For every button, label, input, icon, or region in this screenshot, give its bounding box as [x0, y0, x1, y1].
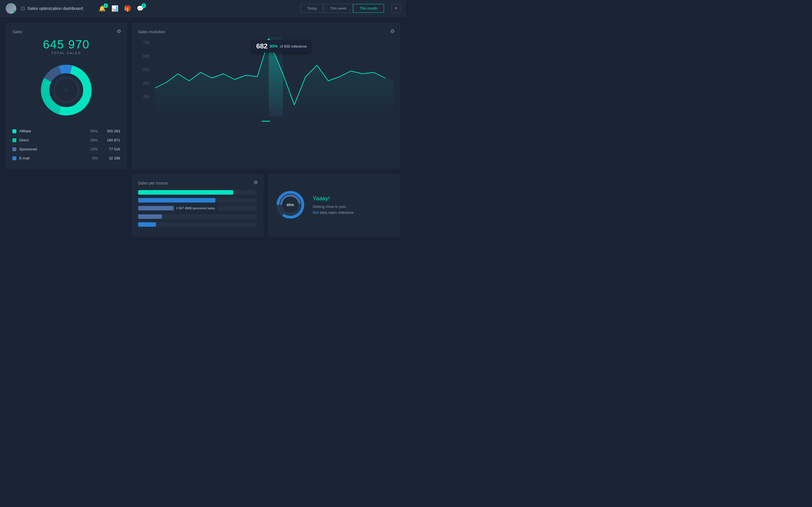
- header-title-group: ⊡ Sales optimization dashboard: [21, 5, 83, 11]
- bar-fill: [138, 214, 162, 219]
- email-label: E-mail: [19, 156, 86, 160]
- gift-button[interactable]: 🎁: [124, 5, 131, 12]
- evolution-chart: 682 85% of 800 milestone 700 600 500 400…: [138, 37, 394, 127]
- sales-card-title: Sales: [12, 30, 22, 34]
- total-sales-label: TOTAL SALES: [12, 51, 120, 55]
- list-item: Sponsored 12% 77 516: [12, 145, 120, 154]
- this-month-button[interactable]: This month: [353, 4, 384, 13]
- sales-legend: Affiliate 55% 355 283 Direct 28% 180 871…: [12, 127, 120, 163]
- evolution-svg: 700 600 500 400 300: [138, 37, 394, 127]
- affiliate-label: Affiliate: [19, 129, 86, 133]
- time-filters: Today This week This month: [301, 4, 384, 13]
- bar-track: [138, 198, 257, 203]
- header-icons: 🔔 3 📊 🎁 💬 8: [99, 5, 144, 12]
- donut-chart: [12, 59, 120, 121]
- milestone-donut: 85%: [275, 189, 306, 221]
- sponsored-label: Sponsored: [19, 147, 86, 151]
- sales-card: Sales ⚙ 645 970 TOTAL SALES: [6, 22, 127, 169]
- svg-text:600: 600: [143, 54, 150, 58]
- avatar[interactable]: [6, 3, 16, 14]
- direct-color: [12, 138, 16, 142]
- list-item: Affiliate 55% 355 283: [12, 127, 120, 136]
- header-title: Sales optimization dashboard: [28, 6, 83, 11]
- this-week-button[interactable]: This week: [323, 4, 353, 13]
- svg-text:400: 400: [143, 81, 150, 86]
- chart-indicator: [262, 121, 270, 122]
- direct-pct: 28%: [86, 138, 98, 142]
- evolution-title: Sales evolution: [138, 30, 165, 34]
- bar-fill: [138, 198, 215, 203]
- direct-label: Direct: [19, 138, 86, 142]
- main-content: Sales ⚙ 645 970 TOTAL SALES: [0, 17, 406, 242]
- svg-point-8: [64, 89, 68, 92]
- milestone-card: 85% Yaaay! Getting close to your 800 dai…: [268, 174, 400, 237]
- total-sales-number: 645 970: [12, 38, 120, 51]
- bar-fill: [138, 222, 156, 227]
- list-item: [138, 190, 257, 194]
- evolution-gear-icon[interactable]: ⚙: [390, 28, 395, 34]
- list-item: E-mail 5% 32 298: [12, 154, 120, 163]
- affiliate-color: [12, 129, 16, 133]
- chat-badge: 8: [142, 3, 146, 8]
- chart-button[interactable]: 📊: [111, 5, 118, 12]
- list-item: [138, 214, 257, 219]
- dashboard-icon: ⊡: [21, 5, 25, 11]
- bottom-row: Sales per source ⚙: [6, 174, 400, 237]
- sales-gear-icon[interactable]: ⚙: [117, 28, 121, 34]
- email-color: [12, 156, 16, 160]
- sponsored-val: 77 516: [103, 147, 120, 151]
- list-item: 2 567 496$ sponsored sales: [138, 206, 257, 210]
- affiliate-val: 355 283: [103, 129, 120, 133]
- svg-text:85%: 85%: [287, 203, 294, 207]
- notifications-badge: 3: [103, 3, 108, 8]
- affiliate-pct: 55%: [86, 129, 98, 133]
- sponsored-color: [12, 147, 16, 151]
- chat-button[interactable]: 💬 8: [137, 5, 144, 12]
- milestone-highlight: 800: [313, 210, 319, 215]
- notifications-button[interactable]: 🔔 3: [99, 5, 106, 12]
- svg-text:300: 300: [143, 94, 150, 99]
- bar-tooltip: 2 567 496$ sponsored sales: [174, 206, 217, 210]
- milestone-message: Getting close to your 800 daily sales mi…: [313, 204, 354, 216]
- bar-track: [138, 222, 257, 227]
- direct-val: 180 871: [103, 138, 120, 142]
- evolution-card: Sales evolution ⚙ 682 85% of 800 milesto…: [132, 22, 400, 169]
- milestone-message-text: Getting close to your: [313, 205, 346, 209]
- bar-track: 2 567 496$ sponsored sales: [138, 206, 257, 210]
- source-card: Sales per source ⚙: [132, 174, 264, 237]
- source-gear-icon[interactable]: ⚙: [253, 179, 258, 186]
- svg-text:500: 500: [143, 67, 150, 72]
- source-bar-chart: 2 567 496$ sponsored sales: [138, 190, 257, 227]
- source-title: Sales per source: [138, 181, 168, 185]
- email-val: 32 298: [103, 156, 120, 160]
- list-item: Direct 28% 180 871: [12, 136, 120, 145]
- milestone-title: Yaaay!: [313, 195, 354, 202]
- list-item: [138, 198, 257, 203]
- tooltip-val: 2 567 496$ sponsored sales: [176, 207, 215, 210]
- sponsored-pct: 12%: [86, 147, 98, 151]
- bar-track: [138, 214, 257, 219]
- header: ⊡ Sales optimization dashboard 🔔 3 📊 🎁 💬…: [0, 0, 406, 17]
- svg-text:700: 700: [143, 40, 150, 45]
- online-status-dot: [13, 11, 16, 13]
- add-button[interactable]: +: [391, 4, 400, 13]
- email-pct: 5%: [86, 156, 98, 160]
- list-item: [138, 222, 257, 227]
- bar-fill: [138, 190, 233, 194]
- milestone-text: Yaaay! Getting close to your 800 daily s…: [313, 195, 354, 216]
- today-button[interactable]: Today: [301, 4, 323, 13]
- milestone-message2: daily sales milestone: [320, 210, 354, 215]
- bar-track: [138, 190, 257, 194]
